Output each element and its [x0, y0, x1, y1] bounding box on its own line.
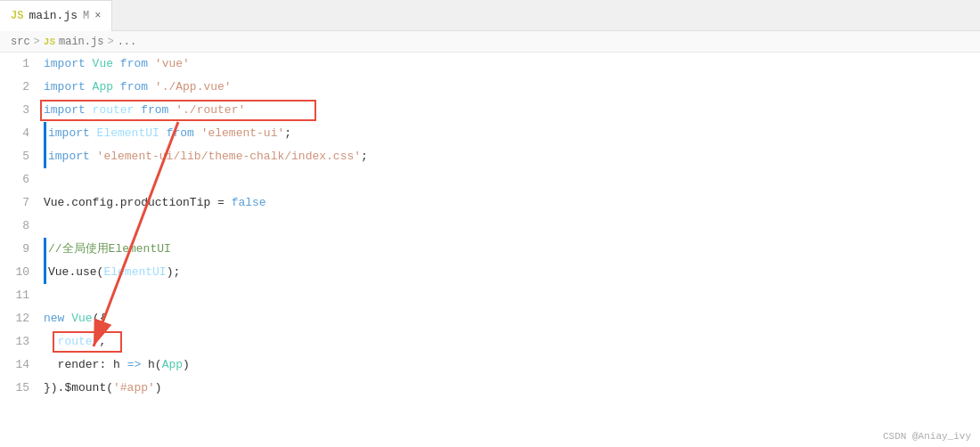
str-elementui: 'element-ui' — [201, 122, 285, 145]
code-container: 1 2 3 4 5 6 7 8 9 10 11 12 13 14 15 impo… — [0, 53, 980, 447]
code-line-2: import App from './App.vue' — [44, 76, 980, 99]
id-router-decl: router — [93, 99, 142, 122]
tab-close-button[interactable]: × — [94, 10, 101, 22]
ln-1: 1 — [0, 53, 40, 76]
arrow-fn: => — [127, 354, 142, 377]
indent-13 — [44, 330, 58, 354]
code-line-8 — [44, 215, 980, 238]
tab-modified-indicator: M — [83, 10, 89, 22]
kw-import-2: import — [44, 76, 93, 99]
brace-open: ({ — [93, 307, 107, 330]
kw-new: new — [44, 307, 71, 330]
id-vue-new: Vue — [71, 307, 92, 330]
str-vue: 'vue' — [155, 53, 190, 76]
breadcrumb-src: src — [11, 36, 30, 48]
ln-7: 7 — [0, 191, 40, 215]
paren-close: ) — [183, 354, 190, 377]
kw-from-4: from — [167, 122, 201, 145]
tab-bar: JS main.js M × — [0, 0, 980, 31]
ln-4: 4 — [0, 122, 40, 145]
editor-area[interactable]: 1 2 3 4 5 6 7 8 9 10 11 12 13 14 15 impo… — [0, 53, 980, 447]
ln-8: 8 — [0, 215, 40, 238]
code-line-15: }).$mount('#app') — [44, 377, 980, 400]
ln-14: 14 — [0, 354, 40, 377]
breadcrumb-js-icon: JS — [44, 37, 55, 47]
id-app: App — [93, 76, 120, 99]
id-app-render: App — [162, 354, 183, 377]
breadcrumb: src > JS main.js > ... — [0, 31, 980, 53]
ln-11: 11 — [0, 284, 40, 307]
breadcrumb-filename: main.js — [59, 36, 103, 48]
vue-config: Vue.config.productionTip = — [44, 191, 232, 215]
ln-12: 12 — [0, 307, 40, 330]
ln-3: 3 — [0, 99, 40, 122]
render-label: render: h — [44, 354, 127, 377]
mount-call: }).$mount( — [44, 377, 113, 400]
code-line-14: render: h => h(App) — [44, 354, 980, 377]
kw-import-1: import — [44, 53, 93, 76]
id-elementui-use: ElementUI — [103, 261, 166, 284]
code-line-5: import 'element-ui/lib/theme-chalk/index… — [44, 145, 980, 168]
code-line-3: import router from './router' — [44, 99, 980, 122]
kw-false: false — [232, 191, 266, 215]
ln-9: 9 — [0, 238, 40, 261]
watermark: CSDN @Aniay_ivy — [883, 431, 971, 442]
code-line-9: //全局使用ElementUI — [44, 238, 980, 261]
tab-main-js[interactable]: JS main.js M × — [0, 0, 112, 31]
code-line-4: import ElementUI from 'element-ui'; — [44, 122, 980, 145]
ln-15: 15 — [0, 377, 40, 400]
kw-import-4: import — [48, 122, 97, 145]
mount-close: ) — [155, 377, 162, 400]
ln-5: 5 — [0, 145, 40, 168]
semi-5: ; — [361, 145, 368, 168]
kw-from-1: from — [120, 53, 155, 76]
semi-use: ); — [167, 261, 181, 284]
ln-10: 10 — [0, 261, 40, 284]
breadcrumb-dots: ... — [118, 36, 137, 48]
kw-import-5: import — [48, 145, 97, 168]
id-router-use: router — [58, 330, 100, 354]
id-elementui: ElementUI — [97, 122, 167, 145]
code-line-10: Vue.use(ElementUI); — [44, 261, 980, 284]
id-vue: Vue — [93, 53, 120, 76]
comma-13: , — [99, 330, 106, 354]
code-line-6 — [44, 168, 980, 191]
code-line-13: router, — [44, 330, 980, 354]
tab-filename: main.js — [29, 9, 78, 22]
ln-2: 2 — [0, 76, 40, 99]
ln-6: 6 — [0, 168, 40, 191]
code-area[interactable]: import Vue from 'vue' import App from '.… — [40, 53, 980, 447]
str-css: 'element-ui/lib/theme-chalk/index.css' — [97, 145, 361, 168]
ln-13: 13 — [0, 330, 40, 354]
code-line-7: Vue.config.productionTip = false — [44, 191, 980, 215]
breadcrumb-sep1: > — [34, 36, 40, 48]
render-body: h( — [141, 354, 161, 377]
code-line-11 — [44, 284, 980, 307]
kw-from-2: from — [120, 76, 155, 99]
semi-4: ; — [284, 122, 291, 145]
line-numbers: 1 2 3 4 5 6 7 8 9 10 11 12 13 14 15 — [0, 53, 40, 447]
code-line-1: import Vue from 'vue' — [44, 53, 980, 76]
vue-use: Vue.use( — [48, 261, 103, 284]
kw-from-3: from — [141, 99, 176, 122]
breadcrumb-sep2: > — [107, 36, 113, 48]
comment-9: //全局使用ElementUI — [48, 238, 171, 261]
str-router: './router' — [176, 99, 245, 122]
code-line-12: new Vue({ — [44, 307, 980, 330]
str-app: './App.vue' — [155, 76, 232, 99]
kw-import-3: import — [44, 99, 93, 122]
str-mount: '#app' — [113, 377, 155, 400]
js-file-icon: JS — [11, 10, 23, 22]
